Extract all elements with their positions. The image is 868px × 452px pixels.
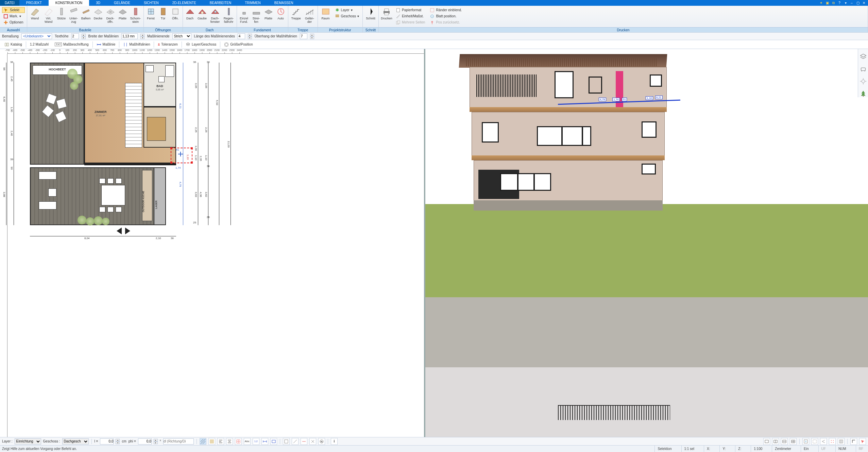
svg-rect-19 [335, 14, 339, 16]
menu-tab-konstruktion[interactable]: KONSTRUKTION [49, 0, 89, 6]
spin-down-icon[interactable]: ▾ [310, 36, 314, 39]
ende-select[interactable]: Strich [172, 33, 191, 39]
tool-icon[interactable]: ⧉ [831, 1, 835, 5]
stuetze-button[interactable]: Stütze [56, 6, 67, 21]
fenst-button[interactable]: Fenst [145, 6, 157, 21]
svg-point-30 [431, 21, 433, 22]
svg-point-29 [432, 16, 433, 17]
svg-rect-8 [201, 12, 203, 14]
close-icon[interactable]: ✕ [862, 1, 866, 5]
massbeschriftung-button[interactable]: TXTMaßbeschriftung [52, 41, 92, 48]
menu-tab-bemassen[interactable]: BEMASSEN [268, 0, 300, 6]
dach-button[interactable]: Dach [184, 6, 196, 21]
texthoehe-input[interactable] [71, 33, 79, 39]
style-select[interactable]: <Unbekannt> [21, 33, 52, 39]
decke-button[interactable]: Decke [92, 6, 104, 21]
menu-tab-2d-elemente[interactable]: 2D-ELEMENTE [166, 0, 203, 6]
toleranzen-button[interactable]: ±Toleranzen [155, 41, 181, 48]
spin-up-icon[interactable]: ▴ [140, 34, 144, 36]
blattposition-button[interactable]: Blatt position. [428, 13, 463, 19]
breite-label: Breite der Maßlinien [88, 34, 119, 38]
ribbon-group-label: Fundament [237, 27, 288, 32]
selekt-button[interactable]: Selekt [2, 7, 25, 13]
svg-rect-24 [397, 8, 400, 12]
streifen-button[interactable]: Strei- fen [251, 6, 262, 24]
optionen-button[interactable]: Optionen [2, 19, 25, 25]
spin-down-icon[interactable]: ▾ [82, 36, 86, 39]
menu-tab-3d[interactable]: 3D [89, 0, 107, 6]
breite-input[interactable] [121, 33, 138, 39]
spin-down-icon[interactable]: ▾ [140, 36, 144, 39]
ribbon-group-label: Bauteile [27, 27, 143, 32]
menu-tab-projekt[interactable]: PROJEKT [19, 0, 49, 6]
katalog-button[interactable]: Katalog [1, 41, 25, 48]
menu-tab-gelaende[interactable]: GELÄNDE [107, 0, 137, 6]
ribbon-group-projektstruktur: Raum Layer ▾ Geschoss ▾ Projektstruktur [318, 6, 363, 32]
wand-button[interactable]: Wand [29, 6, 41, 21]
geschoss-dropdown[interactable]: Geschoss ▾ [334, 13, 360, 19]
spin-up-icon[interactable]: ▴ [310, 34, 314, 36]
unterzug-button[interactable]: Unter- zug [68, 6, 80, 24]
tuer-button[interactable]: Tür [157, 6, 169, 21]
dachfenster-button[interactable]: Dach- fenster [209, 6, 222, 24]
ribbon-group-treppe: Treppe Gelän- der Treppe [288, 6, 318, 32]
tool-icon[interactable]: ▣ [825, 1, 829, 5]
oeffn-button[interactable]: Öffn. [170, 6, 181, 21]
spin-up-icon[interactable]: ▴ [82, 34, 86, 36]
svg-rect-10 [228, 8, 229, 15]
svg-rect-18 [322, 9, 329, 14]
fundplatte-button[interactable]: Platte [263, 6, 274, 21]
ribbon-group-oeffnungen: Fenst Tür Öffn. Öffnungen [144, 6, 183, 32]
svg-rect-27 [430, 8, 434, 12]
menu-tab-sichten[interactable]: SICHTEN [137, 0, 166, 6]
gaube-button[interactable]: Gaube [197, 6, 208, 21]
papierformat-button[interactable]: Papierformat [394, 7, 426, 13]
ribbon-group-schnitt: Schnitt Schnitt [363, 6, 379, 32]
ueberhang-input[interactable] [300, 33, 307, 39]
menu-tab-trimmen[interactable]: TRIMMEN [238, 0, 268, 6]
masshilfslinien-button[interactable]: Maßhilfslinien [120, 41, 153, 48]
dimension-toolbar: Katalog 1.2 Maßzahl TXTMaßbeschriftung M… [0, 40, 868, 49]
einzelfund-button[interactable]: Einzel Fund. [238, 6, 250, 24]
schnitt-button[interactable]: Schnitt [364, 6, 377, 21]
spin-down-icon[interactable]: ▾ [248, 36, 252, 39]
ribbon-group-label: Auswahl [0, 27, 27, 32]
laenge-input[interactable] [238, 33, 245, 39]
platte-button[interactable]: Platte [117, 6, 129, 21]
drucken-button[interactable]: Drucken [380, 6, 393, 21]
raender-button[interactable]: Ränder einblend. [428, 7, 463, 13]
ribbon-group-label: Treppe [288, 27, 318, 32]
einheit-button[interactable]: Einheit/Maßst. [394, 13, 426, 19]
help-icon[interactable]: ? [837, 1, 841, 5]
schornstein-button[interactable]: Schorn- stein [129, 6, 142, 24]
virtwand-button[interactable]: Virt. Wand [42, 6, 55, 24]
autofund-button[interactable]: Auto [275, 6, 287, 21]
ribbon-group-label: Projektstruktur [318, 27, 362, 32]
tool-icon[interactable]: ✦ [819, 1, 823, 5]
minimize-icon[interactable]: – [850, 1, 854, 5]
ribbon-group-label: Dach [183, 27, 237, 32]
mark-button[interactable]: Mark. ▾ [2, 13, 25, 19]
masslinie-button[interactable]: Maßlinie [93, 41, 119, 48]
raum-button[interactable]: Raum [319, 6, 332, 21]
svg-rect-6 [161, 8, 165, 15]
layergeschoss-button[interactable]: Layer/Geschoss [183, 41, 219, 48]
ribbon-group-fundament: Einzel Fund. Strei- fen Platte Auto Fund… [237, 6, 288, 32]
groesseposition-button[interactable]: Größe/Position [221, 41, 256, 48]
svg-rect-36 [225, 43, 228, 46]
gelaender-button[interactable]: Gelän- der [303, 6, 316, 24]
svg-rect-20 [335, 16, 339, 17]
balken-button[interactable]: Balken [80, 6, 92, 21]
deckoeffn-button[interactable]: Deck- öffn. [105, 6, 116, 24]
treppe-button[interactable]: Treppe [290, 6, 303, 21]
svg-rect-26 [397, 20, 400, 23]
layer-dropdown[interactable]: Layer ▾ [334, 7, 360, 13]
fallrohr-button[interactable]: Regen- fallrohr [222, 6, 235, 24]
menu-tab-datei[interactable]: DATEI [0, 0, 19, 6]
menu-tab-bearbeiten[interactable]: BEARBEITEN [203, 0, 238, 6]
spin-up-icon[interactable]: ▴ [248, 34, 252, 36]
dropdown-icon[interactable]: ▾ [844, 1, 848, 5]
masszahl-button[interactable]: 1.2 Maßzahl [27, 41, 52, 48]
maximize-icon[interactable]: ▢ [856, 1, 860, 5]
ribbon-group-label: Öffnungen [144, 27, 183, 32]
